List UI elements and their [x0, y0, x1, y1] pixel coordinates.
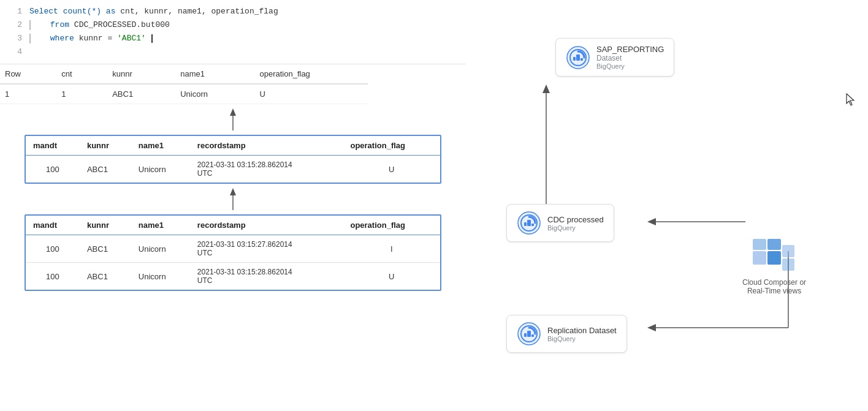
cdc-col-mandt: mandt: [26, 136, 80, 156]
svg-marker-1: [230, 108, 236, 116]
svg-marker-3: [230, 188, 236, 195]
rep-col-op-flag: operation_flag: [343, 216, 440, 235]
svg-rect-31: [782, 258, 794, 271]
bigquery-icon-cdc: [517, 211, 541, 235]
svg-rect-24: [524, 333, 527, 337]
cloud-composer-label: Cloud Composer or Real-Time views: [742, 278, 806, 295]
cloud-composer-line2: Real-Time views: [742, 287, 806, 295]
rep-col-name1: name1: [131, 216, 190, 235]
sql-string-val: 'ABC1': [117, 34, 146, 43]
svg-rect-27: [767, 251, 781, 265]
cdc-row-1: 100 ABC1 Unicorn 2021-03-31 03:15:28.862…: [26, 156, 440, 183]
cdc-processed-title: CDC processed: [547, 215, 604, 224]
rep-cell-name1-2: Unicorn: [131, 263, 190, 290]
rep-cell-recordstamp-2: 2021-03-31 03:15:28.862014UTC: [190, 263, 343, 290]
sql-line-1: 1 Select count(*) as cnt, kunnr, name1, …: [0, 5, 466, 18]
result-row-1: 1 1 ABC1 Unicorn U: [0, 84, 368, 104]
col-header-kunnr: kunnr: [102, 64, 170, 84]
arrow-results-to-cdc: [0, 104, 466, 135]
cdc-cell-kunnr: ABC1: [80, 156, 131, 183]
sql-table: CDC_PROCESSED.but000: [74, 20, 170, 29]
cloud-composer-line1: Cloud Composer or: [742, 278, 806, 287]
svg-marker-5: [542, 85, 550, 93]
kw-from: from: [50, 20, 69, 29]
cell-op-flag: U: [249, 84, 368, 104]
cdc-cell-op-flag: U: [343, 156, 440, 183]
left-panel: 1 Select count(*) as cnt, kunnr, name1, …: [0, 0, 466, 411]
replication-title: Replication Dataset: [547, 326, 617, 335]
rep-cell-mandt-2: 100: [26, 263, 80, 290]
replication-type: BigQuery: [547, 335, 617, 342]
col-header-cnt: cnt: [51, 64, 102, 84]
kw-select: Select: [29, 7, 58, 16]
query-results-table: Row cnt kunnr name1 operation_flag 1 1 A…: [0, 64, 466, 104]
svg-rect-14: [573, 57, 576, 61]
sap-reporting-type: BigQuery: [596, 62, 664, 70]
sql-line-3: 3 where kunnr = 'ABC1': [0, 32, 466, 45]
cdc-cell-mandt: 100: [26, 156, 80, 183]
arrow-replication-to-cdc: [0, 184, 466, 214]
cell-name1: Unicorn: [170, 84, 249, 104]
cdc-processed-node: CDC processed BigQuery: [506, 204, 614, 242]
svg-rect-23: [527, 331, 531, 337]
kw-where: where: [50, 34, 74, 43]
rep-row-1: 100 ABC1 Unicorn 2021-03-31 03:15:27.862…: [26, 235, 440, 263]
sap-reporting-title: SAP_REPORTING: [596, 45, 664, 54]
right-panel: SAP_REPORTING Dataset BigQuery CDC proce…: [488, 0, 868, 411]
sap-reporting-subtitle: Dataset: [596, 54, 664, 62]
sql-line-2: 2 from CDC_PROCESSED.but000: [0, 18, 466, 32]
cdc-cell-recordstamp: 2021-03-31 03:15:28.862014UTC: [190, 156, 343, 183]
replication-table: mandt kunnr name1 recordstamp operation_…: [25, 214, 441, 291]
svg-rect-20: [531, 224, 534, 226]
sql-where-cond: kunnr =: [79, 34, 117, 43]
cdc-col-recordstamp: recordstamp: [190, 136, 343, 156]
text-cursor: [151, 34, 153, 43]
kw-as: as: [106, 7, 116, 16]
svg-rect-25: [531, 334, 534, 337]
col-header-name1: name1: [170, 64, 249, 84]
cdc-processed-table: mandt kunnr name1 recordstamp operation_…: [25, 135, 441, 184]
cdc-processed-type: BigQuery: [547, 224, 604, 232]
line-number-3: 3: [5, 32, 22, 45]
rep-cell-kunnr-1: ABC1: [80, 235, 131, 263]
svg-marker-10: [647, 324, 656, 331]
cdc-processed-label: CDC processed BigQuery: [547, 215, 604, 232]
replication-label: Replication Dataset BigQuery: [547, 326, 617, 342]
sql-editor[interactable]: 1 Select count(*) as cnt, kunnr, name1, …: [0, 0, 466, 64]
rep-col-kunnr: kunnr: [80, 216, 131, 235]
cdc-col-op-flag: operation_flag: [343, 136, 440, 156]
rep-col-mandt: mandt: [26, 216, 80, 235]
rep-cell-kunnr-2: ABC1: [80, 263, 131, 290]
svg-rect-13: [576, 55, 580, 61]
svg-rect-28: [753, 239, 766, 250]
line-number-1: 1: [5, 5, 22, 18]
col-header-row: Row: [0, 64, 51, 84]
rep-cell-op-flag-2: U: [343, 263, 440, 290]
cloud-composer-icon: [753, 239, 796, 276]
sap-reporting-node: SAP_REPORTING Dataset BigQuery: [555, 38, 674, 77]
svg-marker-7: [647, 218, 656, 225]
sql-count: count(*): [63, 7, 101, 16]
svg-rect-26: [753, 251, 766, 265]
sql-rest-1: cnt, kunnr, name1, operation_flag: [120, 7, 278, 16]
cloud-composer-node: Cloud Composer or Real-Time views: [742, 239, 806, 295]
rep-cell-op-flag-1: I: [343, 235, 440, 263]
cdc-col-name1: name1: [131, 136, 190, 156]
svg-rect-29: [767, 239, 781, 250]
cell-kunnr: ABC1: [102, 84, 170, 104]
sql-content-1: Select count(*) as cnt, kunnr, name1, op…: [29, 5, 278, 18]
cell-row-num: 1: [0, 84, 51, 104]
bigquery-icon-rep: [517, 322, 541, 346]
svg-rect-19: [524, 222, 527, 226]
line-number-2: 2: [5, 18, 22, 32]
rep-row-2: 100 ABC1 Unicorn 2021-03-31 03:15:28.862…: [26, 263, 440, 290]
cdc-cell-name1: Unicorn: [131, 156, 190, 183]
rep-col-recordstamp: recordstamp: [190, 216, 343, 235]
replication-node: Replication Dataset BigQuery: [506, 315, 627, 353]
indent-3: [29, 34, 42, 43]
sql-line-4: 4: [0, 45, 466, 59]
svg-rect-15: [581, 58, 583, 61]
svg-rect-18: [527, 220, 531, 226]
line-number-4: 4: [5, 45, 22, 59]
sap-reporting-label: SAP_REPORTING Dataset BigQuery: [596, 45, 664, 70]
